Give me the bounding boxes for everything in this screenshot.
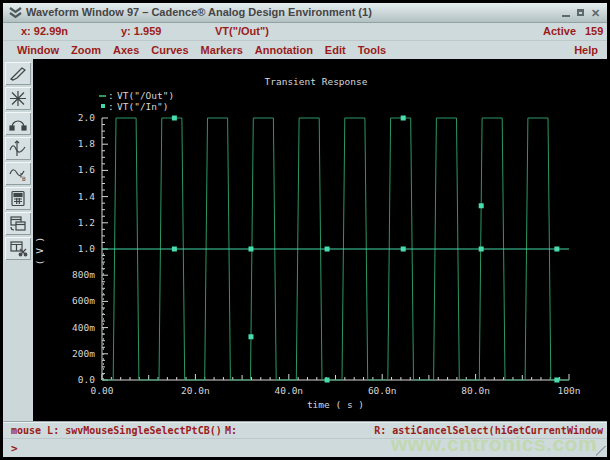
y-tick-label: 600m (72, 295, 95, 306)
calculator-icon (8, 190, 28, 207)
mouse-left-binding: mouse L: swvMouseSingleSelectPtCB() (11, 425, 222, 436)
menu-window[interactable]: Window (17, 43, 59, 57)
zoom-fit-button[interactable] (5, 87, 31, 110)
data-marker-out[interactable] (172, 116, 177, 121)
active-trace-readout: VT("/Out") (215, 25, 269, 37)
y-tick-label: 1.2 (78, 217, 95, 228)
probe-button[interactable] (5, 62, 31, 85)
legend-label-out: VT("/Out") (117, 90, 174, 101)
legend-colon: : (108, 90, 114, 101)
zoom-star-icon (8, 90, 28, 107)
cut-window-button[interactable] (5, 237, 31, 260)
data-marker-in[interactable] (479, 247, 484, 252)
data-marker-out[interactable] (248, 334, 253, 339)
close-button[interactable]: ✕ (590, 7, 601, 18)
copy-window-button[interactable] (5, 212, 31, 235)
minimize-button[interactable] (560, 7, 571, 18)
probe-pen-icon (8, 65, 28, 82)
svg-text:B: B (22, 175, 26, 182)
waveform-window: Waveform Window 97 – Cadence® Analog Des… (0, 0, 610, 460)
data-marker-out[interactable] (401, 116, 406, 121)
data-marker-in[interactable] (554, 247, 559, 252)
menu-bar: Window Zoom Axes Curves Markers Annotati… (3, 41, 607, 59)
legend-colon: : (108, 101, 114, 112)
legend-label-in: VT("/In") (117, 101, 168, 112)
left-toolbar: B (3, 59, 33, 421)
menu-markers[interactable]: Markers (201, 43, 243, 57)
menu-curves[interactable]: Curves (151, 43, 188, 57)
menu-annotation[interactable]: Annotation (255, 43, 313, 57)
menu-axes[interactable]: Axes (113, 43, 139, 57)
maximize-button[interactable] (575, 7, 586, 18)
close-icon: ✕ (591, 8, 600, 18)
data-marker-out[interactable] (554, 378, 559, 383)
title-bar[interactable]: Waveform Window 97 – Cadence® Analog Des… (3, 3, 607, 23)
point-marker-button[interactable]: B (5, 162, 31, 185)
menu-tools[interactable]: Tools (358, 43, 387, 57)
y-axis-title: ( V ) (34, 237, 45, 266)
y-tick-label: 200m (72, 348, 95, 359)
data-marker-out[interactable] (479, 203, 484, 208)
arc-marker-icon (8, 115, 28, 132)
vert-marker-icon (8, 140, 28, 157)
window-menu-chevron-icon[interactable] (8, 6, 23, 19)
cursor-x-readout: x: 92.99n (21, 25, 68, 37)
data-marker-in[interactable] (248, 247, 253, 252)
menu-edit[interactable]: Edit (325, 43, 346, 57)
window-body: Waveform Window 97 – Cadence® Analog Des… (3, 3, 607, 457)
y-tick-label: 1.0 (78, 243, 95, 254)
data-marker-in[interactable] (325, 247, 330, 252)
window-title: Waveform Window 97 – Cadence® Analog Des… (26, 6, 372, 18)
copy-window-icon (8, 215, 28, 232)
plot-area: 0.0020.0n40.0n60.0n80.0n100n0.0200m400m6… (33, 59, 607, 421)
x-tick-label: 0.00 (91, 385, 114, 396)
y-tick-label: 400m (72, 322, 95, 333)
cursor-y-readout: y: 1.959 (121, 25, 161, 37)
x-axis-title: time ( s ) (307, 399, 364, 410)
y-tick-label: 1.6 (78, 164, 95, 175)
data-marker-in[interactable] (172, 247, 177, 252)
active-count: 159 (585, 25, 603, 37)
watermark: www.cntronics.com (391, 432, 597, 456)
menu-help[interactable]: Help (574, 44, 598, 56)
menu-zoom[interactable]: Zoom (71, 43, 101, 57)
maximize-icon (577, 9, 584, 16)
resize-grip[interactable] (596, 446, 606, 456)
y-tick-label: 0.0 (78, 374, 95, 385)
y-tick-label: 1.8 (78, 138, 95, 149)
data-marker-in[interactable] (401, 247, 406, 252)
x-tick-label: 60.0n (368, 385, 397, 396)
legend-square-symbol (101, 104, 105, 108)
plot-canvas[interactable]: 0.0020.0n40.0n60.0n80.0n100n0.0200m400m6… (33, 59, 607, 421)
arc-marker-button[interactable] (5, 112, 31, 135)
vertical-marker-button[interactable] (5, 137, 31, 160)
mouse-middle-binding: M: (225, 425, 237, 436)
active-label: Active (543, 25, 576, 37)
minimize-icon (562, 15, 570, 17)
cut-window-icon (8, 240, 28, 257)
x-tick-label: 20.0n (181, 385, 210, 396)
chart-title: Transient Response (265, 76, 368, 87)
x-tick-label: 100n (558, 385, 581, 396)
wave-b-marker-icon: B (8, 165, 28, 182)
data-marker-out[interactable] (325, 378, 330, 383)
readout-strip: x: 92.99n y: 1.959 VT("/Out") Active 159 (3, 23, 607, 41)
calculator-button[interactable] (5, 187, 31, 210)
prompt-symbol: > (11, 442, 18, 455)
x-tick-label: 40.0n (274, 385, 303, 396)
x-tick-label: 80.0n (461, 385, 490, 396)
y-tick-label: 1.4 (78, 191, 95, 202)
y-tick-label: 800m (72, 269, 95, 280)
y-tick-label: 2.0 (78, 112, 95, 123)
